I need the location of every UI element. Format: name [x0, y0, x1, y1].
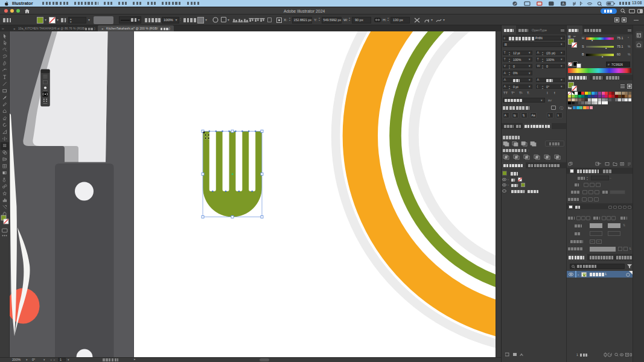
svg-text:A: A — [562, 2, 564, 5]
